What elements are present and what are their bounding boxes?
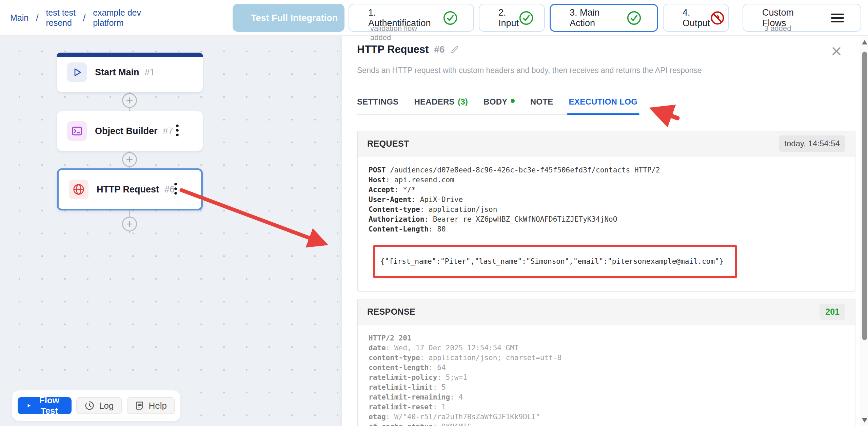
node-title: HTTP Request (97, 184, 159, 195)
kebab-menu-icon[interactable] (176, 124, 179, 138)
panel-tab[interactable]: BODY (484, 97, 515, 114)
step-sublabel: validation flow added (370, 24, 430, 42)
tab-label: SETTINGS (357, 97, 398, 107)
tab-label: HEADERS (414, 97, 454, 107)
tab-green-dot (511, 99, 515, 103)
plus-icon (125, 220, 134, 228)
history-clock-icon (84, 401, 95, 411)
close-panel-button[interactable] (831, 45, 842, 58)
success-check-icon (519, 11, 534, 25)
log-line: ratelimit-limit: 5 (369, 383, 855, 392)
app-window: Main/test test resend/example dev platfo… (0, 0, 868, 426)
log-line: POST /audiences/d07e8eed-8c96-426c-bc3e-… (369, 165, 855, 175)
tab-label: EXECUTION LOG (569, 97, 638, 107)
response-status-badge: 201 (820, 304, 845, 320)
request-timestamp-badge: today, 14:54:54 (779, 135, 845, 152)
response-card: RESPONSE 201 HTTP/2 201date: Wed, 17 Dec… (357, 299, 855, 426)
step-card[interactable]: 3. Main Action (550, 4, 658, 32)
plus-icon (125, 155, 134, 164)
test-full-integration-button[interactable]: Test Full Integration (233, 4, 344, 32)
node-detail-panel: HTTP Request #6 Sends an HTTP request wi… (342, 36, 861, 426)
success-check-icon (627, 11, 642, 25)
scroll-up-arrow[interactable] (862, 40, 867, 44)
log-line: cf-cache-status: DYNAMIC (369, 422, 855, 426)
log-line: ratelimit-policy: 5;w=1 (369, 373, 855, 383)
breadcrumb-item[interactable]: example dev platform (93, 7, 141, 28)
node-title: Object Builder (95, 126, 158, 136)
panel-title: HTTP Request (357, 43, 429, 56)
edit-pencil-icon[interactable] (450, 45, 459, 54)
panel-tab[interactable]: SETTINGS (357, 97, 398, 114)
request-card: REQUEST today, 14:54:54 POST /audiences/… (357, 131, 855, 292)
tab-label: NOTE (530, 97, 553, 107)
response-headers: HTTP/2 201date: Wed, 17 Dec 2025 12:54:5… (369, 333, 855, 426)
log-line: Content-Length: 80 (369, 224, 855, 234)
add-node-button[interactable] (122, 217, 137, 231)
response-section-title: RESPONSE (367, 307, 415, 317)
play-icon (26, 402, 32, 410)
request-body: {"first_name":"Piter","last_name":"Simon… (380, 257, 731, 266)
integration-steps: 1. Authentification validation flow adde… (349, 4, 861, 32)
tab-count: (3) (458, 97, 468, 107)
response-card-header: RESPONSE 201 (358, 299, 855, 325)
breadcrumb-separator: / (36, 13, 38, 23)
log-button[interactable]: Log (76, 397, 122, 414)
blocked-icon (710, 11, 725, 25)
flow-node[interactable]: HTTP Request #6 (57, 168, 203, 210)
vertical-scrollbar[interactable] (861, 36, 868, 426)
flow-test-button[interactable]: Flow Test (18, 397, 72, 414)
breadcrumb-item[interactable]: test test resend (46, 7, 76, 28)
canvas-toolbar: Flow Test Log Help (12, 390, 180, 421)
log-line: Accept: */* (369, 185, 855, 195)
step-label: 3. Main Action (570, 7, 600, 29)
flow-node[interactable]: Start Main #1 (57, 53, 203, 92)
step-card[interactable]: 4. Output (663, 4, 729, 32)
panel-tabs: SETTINGS HEADERS (3) BODY NOTE EXECUTION… (357, 97, 637, 115)
node-icon (69, 180, 88, 199)
flow-canvas[interactable]: Start Main #1 Object Builder #7 HTTP Req… (0, 36, 342, 426)
log-line: ratelimit-reset: 1 (369, 402, 855, 412)
log-line: etag: W/"40-r5l/ra2uTh7BsZaWfGJF1Kk9DLI" (369, 412, 855, 422)
kebab-menu-icon[interactable] (174, 182, 177, 197)
log-line: Host: api.resend.com (369, 175, 855, 185)
scrollbar-thumb[interactable] (862, 52, 867, 340)
step-sublabel: 3 added (764, 24, 824, 33)
panel-node-id: #6 (434, 44, 445, 55)
globe-icon (73, 183, 85, 196)
scroll-down-arrow[interactable] (862, 418, 867, 423)
success-check-icon (443, 11, 458, 25)
panel-description: Sends an HTTP request with custom header… (357, 66, 702, 75)
node-icon (67, 121, 87, 141)
plus-icon (125, 96, 134, 105)
log-line: content-length: 64 (369, 363, 855, 373)
step-card[interactable]: Custom Flows 3 added (743, 4, 861, 32)
log-line: HTTP/2 201 (369, 333, 855, 343)
log-line: date: Wed, 17 Dec 2025 12:54:54 GMT (369, 343, 855, 353)
request-card-header: REQUEST today, 14:54:54 (358, 131, 855, 156)
top-bar: Main/test test resend/example dev platfo… (0, 0, 868, 36)
panel-tab[interactable]: NOTE (530, 97, 553, 114)
breadcrumb-separator: / (83, 13, 85, 23)
step-label: 2. Input (498, 7, 519, 29)
panel-tab[interactable]: EXECUTION LOG (569, 97, 638, 114)
node-title: Start Main (95, 67, 139, 78)
help-button[interactable]: Help (127, 397, 175, 414)
log-line: ratelimit-remaining: 4 (369, 392, 855, 402)
log-line: Authorization: Bearer re_XZ6pwHBZ_CkWfNQ… (369, 215, 855, 224)
hamburger-menu-icon[interactable] (830, 11, 845, 25)
add-node-button[interactable] (122, 152, 137, 167)
tab-label: BODY (484, 97, 508, 107)
step-card[interactable]: 1. Authentification validation flow adde… (349, 4, 474, 32)
breadcrumb: Main/test test resend/example dev platfo… (10, 0, 141, 35)
help-doc-icon (135, 401, 144, 410)
flow-node[interactable]: Object Builder #7 (57, 111, 203, 151)
step-card[interactable]: 2. Input (479, 4, 545, 32)
node-accent-bar (57, 53, 203, 57)
log-line: User-Agent: ApiX-Drive (369, 195, 855, 205)
log-line: Content-type: application/json (369, 205, 855, 215)
panel-tab[interactable]: HEADERS (3) (414, 97, 468, 114)
node-id: #1 (145, 67, 155, 78)
breadcrumb-item[interactable]: Main (10, 13, 28, 23)
request-headers: POST /audiences/d07e8eed-8c96-426c-bc3e-… (369, 165, 855, 234)
add-node-button[interactable] (122, 93, 137, 108)
